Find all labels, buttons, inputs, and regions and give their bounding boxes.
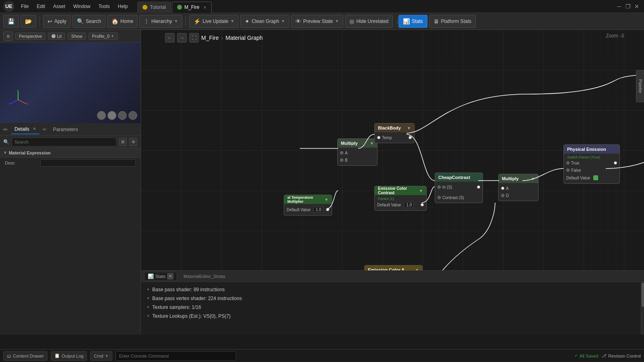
- output-log-icon: 📋: [54, 353, 60, 358]
- node-cheapcontrast-header: CheapContrast: [435, 173, 483, 182]
- render-btn-3[interactable]: [118, 111, 127, 120]
- menu-tools[interactable]: Tools: [95, 3, 113, 10]
- render-btn-2[interactable]: [107, 111, 116, 120]
- pin-m2-a: A: [499, 185, 538, 192]
- revision-control-button[interactable]: ⎇ Revision Control: [601, 353, 641, 358]
- node-pe-checkbox[interactable]: [593, 175, 598, 180]
- stats-close-button[interactable]: ✕: [167, 273, 173, 280]
- node-ecc-arrow[interactable]: ▼: [419, 189, 423, 193]
- details-close-icon[interactable]: ✕: [33, 126, 36, 132]
- pin-dot-m2-a: [501, 187, 504, 190]
- close-button[interactable]: ✕: [633, 2, 641, 10]
- hamburger-button[interactable]: ≡: [3, 31, 13, 41]
- home-button[interactable]: 🏠 Home: [107, 15, 138, 28]
- hierarchy-icon: ⋮: [144, 18, 149, 25]
- nav-forward-button[interactable]: →: [177, 33, 187, 43]
- node-multiply2-arrow[interactable]: ▼: [531, 177, 535, 181]
- hierarchy-arrow: ▼: [174, 19, 178, 23]
- tab-fire[interactable]: M_Fire ✕: [172, 2, 212, 13]
- console-input[interactable]: [116, 351, 236, 361]
- tab-close-fire[interactable]: ✕: [203, 5, 206, 10]
- material-expression-section[interactable]: ▼ Material Expression: [0, 148, 140, 158]
- preview-state-icon: 👁: [295, 18, 301, 25]
- node-cheapcontrast-body: In (S) Contrast (S): [435, 182, 483, 203]
- platform-stats-icon: 🖥: [433, 18, 439, 25]
- menu-help[interactable]: Help: [115, 3, 131, 10]
- details-header: ✏ Details ✕ ✏ Parameters: [0, 123, 140, 136]
- cmd-arrow: ▼: [105, 354, 109, 358]
- pin-multiply1-b: B: [338, 156, 377, 164]
- menu-edit[interactable]: Edit: [33, 3, 48, 10]
- perspective-button[interactable]: Perspective: [15, 33, 45, 40]
- grid-view-button[interactable]: ⊞: [119, 138, 127, 146]
- fullscreen-button[interactable]: ⛶: [189, 33, 199, 43]
- desc-input[interactable]: [40, 159, 136, 167]
- node-temp-multiplier[interactable]: al Temperature Multiplier ▼ Default Valu…: [284, 195, 332, 216]
- profile-button[interactable]: Profile_0 ▼: [89, 33, 118, 40]
- settings-button[interactable]: ⚙: [129, 138, 137, 146]
- pin-dot-m2-d: [501, 194, 504, 197]
- menu-file[interactable]: File: [18, 3, 32, 10]
- stats-item-2: • Texture samplers: 1/16: [147, 303, 638, 312]
- pin-blackbody-temp: Temp: [375, 134, 414, 141]
- details-tab[interactable]: Details ✕: [11, 125, 39, 134]
- browse-button[interactable]: 📂: [21, 15, 36, 28]
- node-emissive-color-contrast[interactable]: Emissive Color Contrast ▼ Param (1) Defa…: [374, 186, 427, 211]
- preview-state-button[interactable]: 👁 Preview State ▼: [291, 15, 343, 28]
- stats-header: 📊 Stats ✕ MaterialEditor_Strata: [141, 271, 644, 282]
- svg-text:Z: Z: [17, 90, 19, 92]
- palette-tab[interactable]: Palette: [636, 70, 644, 102]
- node-multiply1[interactable]: Multiply ▼ A B: [337, 138, 378, 166]
- preview-state-arrow: ▼: [335, 19, 339, 23]
- content-drawer-button[interactable]: 🗂 Content Drawer: [3, 351, 47, 361]
- node-pe-param: Switch Param (True): [564, 155, 619, 159]
- stats-button[interactable]: 📊 Stats: [398, 15, 427, 28]
- node-blackbody[interactable]: BlackBody ▼ Temp: [374, 123, 415, 143]
- platform-stats-button[interactable]: 🖥 Platform Stats: [429, 15, 476, 28]
- node-multiply1-body: A B: [338, 148, 377, 165]
- node-multiply1-arrow[interactable]: ▼: [370, 141, 374, 146]
- menu-window[interactable]: Window: [70, 3, 94, 10]
- maximize-button[interactable]: ❐: [624, 2, 632, 10]
- search-button[interactable]: 🔍 Search: [72, 15, 105, 28]
- stats-tab[interactable]: 📊 Stats ✕: [144, 272, 177, 281]
- show-button[interactable]: Show: [68, 33, 86, 40]
- output-log-button[interactable]: 📋 Output Log: [51, 351, 87, 361]
- status-bar: 🗂 Content Drawer 📋 Output Log Cmd ▼ ✓ Al…: [0, 349, 644, 362]
- live-update-button[interactable]: ⚡ Live Update ▼: [189, 15, 239, 28]
- pencil-icon: ✏: [3, 126, 8, 133]
- lit-button[interactable]: Lit: [48, 33, 65, 40]
- node-temp-multiplier-header: al Temperature Multiplier ▼: [284, 195, 332, 204]
- node-physical-emission[interactable]: Physical Emission Switch Param (True) Tr…: [564, 144, 620, 184]
- tab-tutorial[interactable]: Tutorial: [137, 2, 171, 13]
- render-btn-1[interactable]: [97, 111, 106, 120]
- node-cheapcontrast[interactable]: CheapContrast In (S) Contrast (S): [435, 173, 483, 203]
- graph-area[interactable]: ← → ⛶ M_Fire › Material Graph Zoom -3 Pa…: [141, 30, 644, 335]
- lit-icon: [52, 34, 56, 38]
- hide-unrelated-button[interactable]: ◎ Hide Unrelated: [345, 15, 393, 28]
- cmd-button[interactable]: Cmd ▼: [90, 351, 112, 361]
- hierarchy-button[interactable]: ⋮ Hierarchy ▼: [139, 15, 182, 28]
- search-icon: 🔍: [77, 18, 84, 25]
- menu-asset[interactable]: Asset: [50, 3, 68, 10]
- clean-graph-button[interactable]: ✦ Clean Graph ▼: [240, 15, 289, 28]
- render-btn-4[interactable]: [128, 111, 137, 120]
- hide-unrelated-icon: ◎: [349, 18, 354, 25]
- parameters-tab[interactable]: Parameters: [50, 125, 81, 134]
- svg-text:Y: Y: [8, 102, 11, 106]
- window-controls: ─ ❐ ✕: [615, 2, 641, 10]
- apply-button[interactable]: ↩ Apply: [43, 15, 71, 28]
- node-multiply2[interactable]: Multiply ▼ A D: [498, 174, 539, 201]
- save-icon: 💾: [8, 18, 14, 25]
- node-blackbody-arrow[interactable]: ▼: [407, 126, 411, 130]
- nav-back-button[interactable]: ←: [165, 33, 175, 43]
- save-button[interactable]: 💾: [3, 15, 19, 28]
- viewport-area: X Y Z: [0, 43, 140, 123]
- stats-panel: 📊 Stats ✕ MaterialEditor_Strata • Base p…: [141, 270, 644, 335]
- live-update-arrow: ▼: [230, 19, 234, 23]
- search-panel-input[interactable]: [12, 138, 116, 146]
- minimize-button[interactable]: ─: [615, 2, 623, 10]
- node-temp-multiplier-arrow[interactable]: ▼: [324, 197, 328, 202]
- tab-icon-tutorial: [142, 5, 147, 10]
- stats-scrollbar[interactable]: [641, 282, 644, 335]
